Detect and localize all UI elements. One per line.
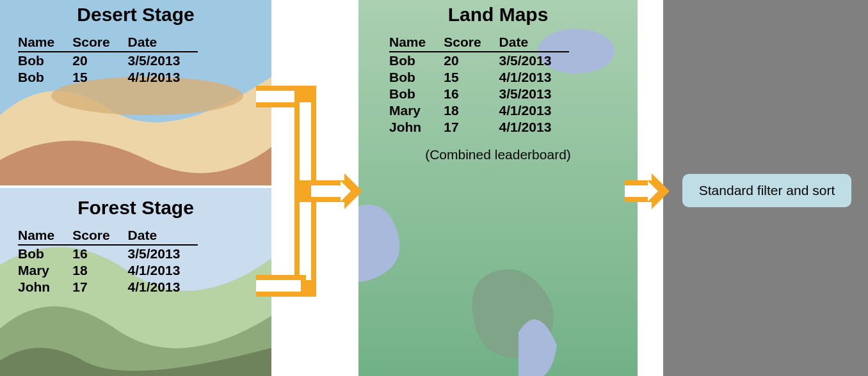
table-row: Bob 15 4/1/2013 [389, 69, 569, 86]
landmap-table: Name Score Date Bob 20 3/5/2013 Bob 15 4… [389, 35, 569, 136]
col-name: Name [18, 228, 72, 245]
col-score: Score [444, 35, 499, 52]
table-row: Bob 20 3/5/2013 [18, 52, 198, 69]
table-row: Mary 18 4/1/2013 [18, 262, 198, 279]
landmap-subtitle: (Combined leaderboard) [358, 147, 638, 162]
forest-table: Name Score Date Bob 16 3/5/2013 Mary 18 … [18, 228, 198, 295]
arrowhead-icon [341, 181, 351, 201]
connector [311, 185, 341, 197]
forest-title: Forest Stage [0, 193, 271, 228]
col-date: Date [499, 35, 570, 52]
forest-panel: Forest Stage Name Score Date Bob 16 3/5/… [0, 193, 271, 295]
col-date: Date [128, 35, 198, 52]
col-date: Date [128, 228, 198, 245]
table-row: Mary 18 4/1/2013 [389, 102, 569, 119]
output-pill: Standard filter and sort [682, 174, 851, 207]
col-score: Score [72, 35, 127, 52]
table-row: Bob 20 3/5/2013 [389, 52, 569, 69]
arrowhead-icon [648, 181, 658, 201]
table-row: John 17 4/1/2013 [18, 279, 198, 295]
landmap-title: Land Maps [358, 0, 638, 35]
desert-title: Desert Stage [0, 0, 271, 35]
diagram-root: Desert Stage Name Score Date Bob 20 3/5/… [0, 0, 868, 376]
table-row: Bob 16 3/5/2013 [389, 86, 569, 102]
desert-table: Name Score Date Bob 20 3/5/2013 Bob 15 4… [18, 35, 198, 86]
col-name: Name [18, 35, 72, 52]
table-row: Bob 16 3/5/2013 [18, 245, 198, 262]
table-row: John 17 4/1/2013 [389, 119, 569, 136]
col-name: Name [389, 35, 444, 52]
landmap-panel: Land Maps Name Score Date Bob 20 3/5/201… [358, 0, 638, 162]
col-score: Score [72, 228, 127, 245]
connector [625, 185, 648, 197]
table-row: Bob 15 4/1/2013 [18, 69, 198, 86]
desert-panel: Desert Stage Name Score Date Bob 20 3/5/… [0, 0, 271, 86]
